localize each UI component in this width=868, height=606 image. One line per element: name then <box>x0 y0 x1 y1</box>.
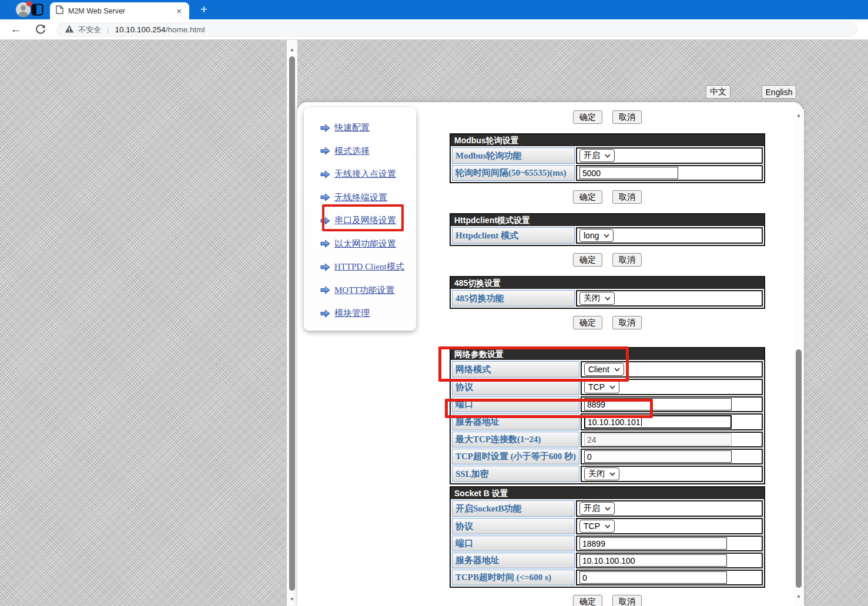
field-input[interactable]: 18899 <box>579 537 727 550</box>
scrollbar-thumb[interactable] <box>796 349 802 588</box>
sidebar-item-5[interactable]: 以太网功能设置 <box>304 233 416 256</box>
ok-button[interactable]: 确定 <box>573 595 602 606</box>
scroll-down-icon[interactable]: ▼ <box>287 595 297 604</box>
field-label: Modbus轮询功能 <box>455 151 522 160</box>
language-english-button[interactable]: English <box>762 85 796 99</box>
field-input[interactable]: 0 <box>579 571 727 584</box>
field-label: 协议 <box>455 382 473 392</box>
field-input[interactable]: 0 <box>584 450 732 463</box>
table-row: 服务器地址10.10.100.100 <box>452 553 763 568</box>
tab-close-icon[interactable]: × <box>175 6 183 15</box>
field-value-cell: 18899 <box>576 536 763 551</box>
sidebar-item-label[interactable]: 无线终端设置 <box>334 192 387 203</box>
chevron-down-icon <box>605 524 611 528</box>
table-row: TCPB超时时间 (<=600 s)0 <box>452 570 763 585</box>
field-select[interactable]: long <box>579 229 614 242</box>
back-button[interactable]: ← <box>8 22 24 37</box>
sidebar-item-7[interactable]: MQTT功能设置 <box>304 279 416 302</box>
field-value-cell: 10.10.100.100 <box>576 553 763 568</box>
scroll-up-icon[interactable]: ▲ <box>793 112 804 120</box>
url-bar[interactable]: 不安全 | 10.10.100.254 /home.html <box>56 22 857 37</box>
refresh-button[interactable] <box>35 23 46 38</box>
form-actions: 确定取消 <box>450 316 765 329</box>
scroll-up-icon[interactable]: ▲ <box>287 46 297 54</box>
sidebar-item-label[interactable]: MQTT功能设置 <box>334 285 395 296</box>
cancel-button[interactable]: 取消 <box>612 595 642 606</box>
ok-button[interactable]: 确定 <box>573 316 602 329</box>
sidebar-item-1[interactable]: 模式选择 <box>304 140 416 163</box>
annotation-box-mode-protocol-rows <box>438 346 629 382</box>
tab-actions-icon[interactable] <box>31 4 43 18</box>
field-value-cell: 开启 <box>576 500 763 517</box>
not-secure-warning-icon <box>65 25 74 35</box>
section-title: Httpdclient模式设置 <box>451 214 764 226</box>
field-label: SSL加密 <box>455 469 489 479</box>
section-title: Socket B 设置 <box>451 487 764 499</box>
field-input[interactable]: 5000 <box>579 167 678 179</box>
field-label-cell: 协议 <box>452 518 575 534</box>
new-tab-button[interactable]: + <box>196 1 212 18</box>
input-value: 0 <box>587 452 592 462</box>
sidebar-item-label[interactable]: 模块管理 <box>334 308 370 319</box>
form-actions: 确定取消 <box>450 110 765 124</box>
chevron-down-icon <box>605 507 611 511</box>
field-label: 最大TCP连接数(1~24) <box>455 435 541 444</box>
field-select[interactable]: 关闭 <box>584 467 619 480</box>
cancel-button[interactable]: 取消 <box>612 110 642 124</box>
field-select[interactable]: TCP <box>579 520 615 533</box>
chevron-down-icon <box>605 297 611 301</box>
field-value-cell: 开启 <box>576 147 763 164</box>
ok-button[interactable]: 确定 <box>573 190 602 204</box>
field-value-cell: 关闭 <box>581 466 763 482</box>
field-select[interactable]: 关闭 <box>579 292 615 305</box>
select-value: 关闭 <box>584 293 600 304</box>
input-value: 10.10.100.100 <box>582 556 635 565</box>
arrow-icon <box>320 286 330 294</box>
language-chinese-button[interactable]: 中文 <box>706 85 730 99</box>
cancel-button[interactable]: 取消 <box>612 253 642 267</box>
ok-button[interactable]: 确定 <box>573 110 602 124</box>
sidebar-item-6[interactable]: HTTPD Client模式 <box>304 255 416 279</box>
left-frame-scrollbar[interactable]: ▲ ▼ <box>287 40 297 606</box>
sidebar-item-label[interactable]: 快速配置 <box>334 122 370 133</box>
browser-tab[interactable]: M2M Web Server × <box>50 2 189 19</box>
sidebar-item-2[interactable]: 无线接入点设置 <box>304 163 416 186</box>
scroll-down-icon[interactable]: ▼ <box>793 593 804 601</box>
field-label-cell: 服务器地址 <box>452 553 575 568</box>
sidebar-item-label[interactable]: 无线接入点设置 <box>334 169 396 180</box>
field-value-cell: 关闭 <box>576 290 763 307</box>
field-select[interactable]: 开启 <box>579 149 615 162</box>
table-row: 开启SocketB功能开启 <box>452 500 763 517</box>
arrow-icon <box>320 309 330 318</box>
field-select[interactable]: 开启 <box>579 502 615 515</box>
arrow-icon <box>320 263 330 271</box>
chevron-down-icon <box>605 154 611 158</box>
input-value: 24 <box>587 435 596 445</box>
field-label-cell: SSL加密 <box>452 466 579 482</box>
arrow-icon <box>320 193 330 201</box>
sidebar-item-label[interactable]: 模式选择 <box>334 146 370 157</box>
ok-button[interactable]: 确定 <box>573 253 602 267</box>
field-input[interactable]: 10.10.100.100 <box>579 554 727 567</box>
sidebar-item-0[interactable]: 快速配置 <box>304 116 416 140</box>
input-value: 10.10.100.101 <box>588 418 641 427</box>
sidebar-item-label[interactable]: HTTPD Client模式 <box>334 261 404 272</box>
field-label: Httpdclient 模式 <box>455 231 518 240</box>
table-row: TCP超时设置 (小于等于600 秒)0 <box>452 449 763 464</box>
cancel-button[interactable]: 取消 <box>612 190 642 204</box>
content-scrollbar[interactable]: ▲ ▼ <box>793 109 804 606</box>
sidebar-item-8[interactable]: 模块管理 <box>304 302 416 325</box>
sidebar-item-label[interactable]: 以太网功能设置 <box>334 238 396 250</box>
cancel-button[interactable]: 取消 <box>612 316 642 329</box>
form-actions: 确定取消 <box>450 595 765 606</box>
field-label: TCPB超时时间 (<=600 s) <box>455 573 551 582</box>
scrollbar-thumb[interactable] <box>289 56 295 591</box>
field-value-cell: 0 <box>576 570 763 585</box>
browser-titlebar: M2M Web Server × + <box>0 0 868 19</box>
field-select[interactable]: TCP <box>584 381 619 393</box>
arrow-icon <box>320 147 330 155</box>
chevron-down-icon <box>604 234 609 238</box>
field-label: 服务器地址 <box>455 556 500 565</box>
form-actions: 确定取消 <box>450 253 765 267</box>
page-favicon-icon <box>56 5 63 16</box>
